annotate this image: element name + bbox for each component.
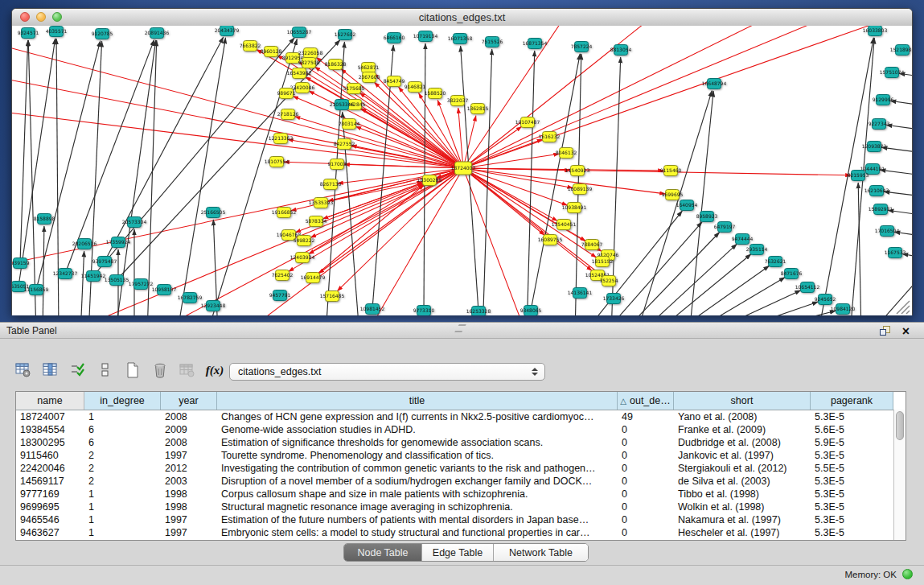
table-row[interactable]: 969969511998Structural magnetic resonanc… [16, 501, 906, 513]
table-cell[interactable]: 2 [84, 475, 161, 488]
table-cell[interactable]: 49 [618, 410, 674, 423]
table-cell[interactable]: 5.3E-5 [811, 475, 893, 488]
table-cell[interactable]: 5.3E-5 [811, 501, 893, 513]
table-cell[interactable]: 18724007 [16, 410, 84, 423]
table-cell[interactable]: 5.3E-5 [811, 526, 893, 539]
table-cell[interactable]: Hescheler et al. (1997) [674, 526, 811, 539]
memory-status-indicator[interactable] [902, 569, 913, 579]
table-cell[interactable]: 0 [618, 423, 674, 436]
table-cell[interactable]: 2008 [161, 436, 217, 449]
table-cell[interactable]: 0 [618, 462, 674, 475]
table-row[interactable]: 2242004622012Investigating the contribut… [16, 462, 906, 475]
table-cell[interactable]: Nakamura et al. (1997) [674, 513, 811, 526]
table-cell[interactable]: 2 [84, 462, 161, 475]
table-cell[interactable]: 1997 [161, 513, 217, 526]
tab-node-table[interactable]: Node Table [344, 544, 422, 561]
table-cell[interactable]: 1998 [161, 488, 217, 501]
column-header-title[interactable]: title [217, 392, 618, 410]
table-row[interactable]: 911546021997Tourette syndrome. Phenomeno… [16, 449, 906, 462]
table-cell[interactable]: 5.3E-5 [811, 513, 893, 526]
tab-edge-table[interactable]: Edge Table [422, 544, 494, 561]
column-header-pagerank[interactable]: pagerank [811, 392, 893, 410]
table-cell[interactable]: de Silva et al. (2003) [674, 475, 811, 488]
table-cell[interactable]: 0 [618, 513, 674, 526]
zoom-window-button[interactable] [52, 12, 62, 22]
table-cell[interactable]: 5.3E-5 [811, 449, 893, 462]
table-cell[interactable]: Genome-wide association studies in ADHD. [217, 423, 618, 436]
table-cell[interactable]: Stergiakouli et al. (2012) [674, 462, 811, 475]
table-row[interactable]: 1872400712008Changes of HCN gene express… [16, 410, 906, 423]
delete-table-icon[interactable] [179, 361, 196, 379]
select-column-icon[interactable] [42, 361, 60, 379]
table-cell[interactable]: 9465546 [16, 513, 84, 526]
canvas-resize-grip[interactable] [897, 301, 910, 314]
table-cell[interactable]: Disruption of a novel member of a sodium… [217, 475, 618, 488]
tab-network-table[interactable]: Network Table [494, 544, 588, 561]
table-cell[interactable]: Investigating the contribution of common… [217, 462, 618, 475]
close-panel-icon[interactable]: × [902, 323, 910, 340]
table-cell[interactable]: 5.5E-5 [811, 462, 893, 475]
network-graph-svg[interactable]: 9324571403557191207852089143620434379106… [12, 26, 912, 315]
table-cell[interactable]: Estimation of significance thresholds fo… [217, 436, 618, 449]
window-titlebar[interactable]: citations_edges.txt [12, 9, 912, 27]
table-row[interactable]: 946554611997Estimation of the future num… [16, 513, 906, 526]
table-cell[interactable]: 19384554 [16, 423, 84, 436]
table-cell[interactable]: Changes of HCN gene expression and I(f) … [217, 410, 618, 423]
table-cell[interactable]: 18300295 [16, 436, 84, 449]
table-cell[interactable]: 0 [618, 488, 674, 501]
column-header-name[interactable]: name [16, 392, 84, 410]
table-cell[interactable]: 5.3E-5 [811, 410, 893, 423]
table-cell[interactable]: Jankovic et al. (1997) [674, 449, 811, 462]
table-row[interactable]: 1938455462009Genome-wide association stu… [16, 423, 906, 436]
minimize-window-button[interactable] [36, 12, 46, 22]
table-cell[interactable]: Yano et al. (2008) [674, 410, 811, 423]
panel-resize-grip[interactable] [454, 324, 466, 332]
table-cell[interactable]: Tourette syndrome. Phenomenology and cla… [217, 449, 618, 462]
column-header-year[interactable]: year [161, 392, 217, 410]
table-cell[interactable]: Estimation of the future numbers of pati… [217, 513, 618, 526]
column-header-in_degree[interactable]: in_degree [84, 392, 161, 410]
table-cell[interactable]: 5.6E-5 [811, 423, 893, 436]
table-cell[interactable]: 6 [84, 436, 161, 449]
table-cell[interactable]: 0 [618, 436, 674, 449]
table-cell[interactable]: 0 [618, 475, 674, 488]
vertical-scrollbar[interactable] [893, 410, 906, 540]
table-cell[interactable]: Wolkin et al. (1998) [674, 501, 811, 513]
table-cell[interactable]: 22420046 [16, 462, 84, 475]
table-selector-combobox[interactable]: citations_edges.txt [229, 363, 545, 381]
table-cell[interactable]: 1 [84, 513, 161, 526]
table-cell[interactable]: 1998 [161, 501, 217, 513]
table-cell[interactable]: 9699695 [16, 501, 84, 513]
table-cell[interactable]: 9115460 [16, 449, 84, 462]
table-cell[interactable]: 5.3E-5 [811, 488, 893, 501]
table-cell[interactable]: 14569117 [16, 475, 84, 488]
table-cell[interactable]: 1 [84, 501, 161, 513]
table-cell[interactable]: 5.9E-5 [811, 436, 893, 449]
table-row[interactable]: 1830029562008Estimation of significance … [16, 436, 906, 449]
table-row[interactable]: 1456911722003Disruption of a novel membe… [16, 475, 906, 488]
function-builder-icon[interactable]: f(x) [206, 361, 224, 379]
table-cell[interactable]: Tibbo et al. (1998) [674, 488, 811, 501]
trash-icon[interactable] [151, 361, 169, 379]
table-cell[interactable]: 6 [84, 423, 161, 436]
table-cell[interactable]: 1 [84, 410, 161, 423]
table-cell[interactable]: Structural magnetic resonance image aver… [217, 501, 618, 513]
table-cell[interactable]: 1 [84, 488, 161, 501]
row-height-icon[interactable] [97, 361, 114, 379]
table-cell[interactable]: 2009 [161, 423, 217, 436]
column-header-short[interactable]: short [674, 392, 811, 410]
table-panel-header[interactable]: Table Panel × [0, 322, 924, 339]
table-cell[interactable]: Corpus callosum shape and size in male p… [217, 488, 618, 501]
table-cell[interactable]: 2008 [161, 410, 217, 423]
table-cell[interactable]: Dudbridge et al. (2008) [674, 436, 811, 449]
network-canvas[interactable]: 9324571403557191207852089143620434379106… [12, 26, 912, 315]
float-panel-icon[interactable] [880, 326, 890, 336]
table-cell[interactable]: 0 [618, 501, 674, 513]
table-cell[interactable]: 1 [84, 526, 161, 539]
table-cell[interactable]: 1997 [161, 449, 217, 462]
table-cell[interactable]: 2003 [161, 475, 217, 488]
table-cell[interactable]: 0 [618, 449, 674, 462]
table-settings-icon[interactable] [14, 361, 32, 379]
select-rows-icon[interactable] [69, 361, 87, 379]
close-window-button[interactable] [20, 12, 30, 22]
